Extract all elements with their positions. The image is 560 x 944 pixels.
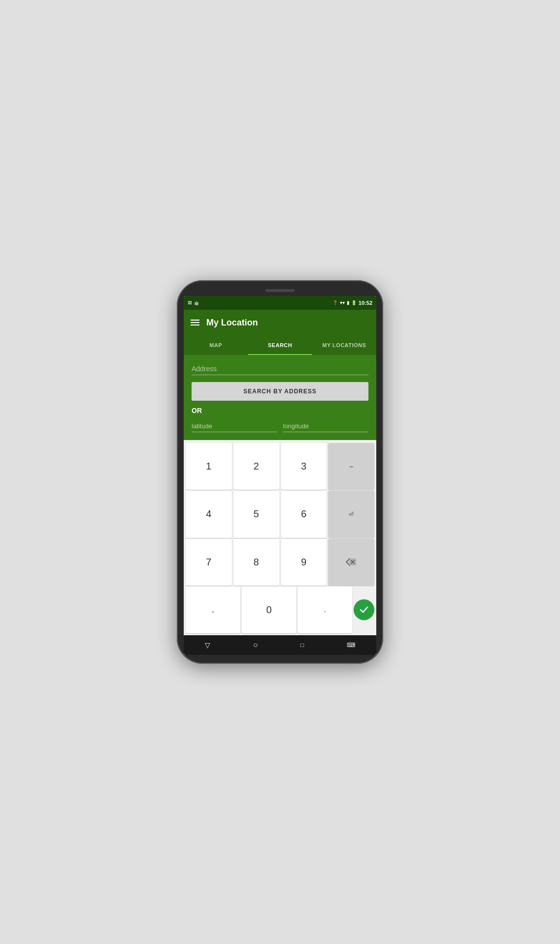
status-time: 10:52 bbox=[359, 300, 372, 306]
key-minus[interactable]: − bbox=[328, 443, 374, 490]
back-nav-icon[interactable]: ▽ bbox=[205, 641, 210, 649]
home-nav-icon[interactable]: ○ bbox=[253, 641, 258, 649]
tab-bar: MAP SEARCH MY LOCATIONS bbox=[184, 335, 376, 355]
android-status-icon: 🤖 bbox=[194, 301, 199, 305]
key-1[interactable]: 1 bbox=[186, 443, 232, 490]
key-enter[interactable]: ⏎ bbox=[328, 491, 374, 537]
wifi-status-icon: ▾▾ bbox=[340, 300, 345, 305]
key-6[interactable]: 6 bbox=[281, 491, 327, 537]
key-4[interactable]: 4 bbox=[186, 491, 232, 537]
key-5[interactable]: 5 bbox=[233, 491, 280, 537]
hamburger-menu-button[interactable] bbox=[191, 320, 199, 325]
tab-map[interactable]: MAP bbox=[184, 335, 248, 355]
latitude-input[interactable] bbox=[192, 420, 277, 432]
key-dot[interactable]: . bbox=[298, 587, 352, 633]
status-icons-right: 📍 ▾▾ ▮ 🔋 10:52 bbox=[333, 300, 372, 306]
hamburger-line-1 bbox=[191, 320, 199, 321]
key-backspace[interactable] bbox=[328, 539, 374, 586]
search-by-address-button[interactable]: SEARCH BY ADDRESS bbox=[192, 382, 368, 401]
key-0[interactable]: 0 bbox=[242, 587, 296, 633]
navigation-bar: ▽ ○ □ ⌨ bbox=[184, 635, 376, 655]
recents-nav-icon[interactable]: □ bbox=[301, 642, 304, 649]
keyboard-nav-icon[interactable]: ⌨ bbox=[347, 642, 355, 649]
longitude-input[interactable] bbox=[283, 420, 368, 432]
kb-row-4: , 0 . bbox=[186, 587, 374, 633]
search-panel: SEARCH BY ADDRESS OR bbox=[184, 355, 376, 440]
image-status-icon: 🖼 bbox=[188, 301, 192, 305]
status-bar: 🖼 🤖 📍 ▾▾ ▮ 🔋 10:52 bbox=[184, 296, 376, 310]
signal-status-icon: ▮ bbox=[347, 300, 349, 305]
coordinates-row bbox=[192, 420, 368, 432]
battery-status-icon: 🔋 bbox=[351, 300, 357, 305]
key-9[interactable]: 9 bbox=[281, 539, 327, 586]
kb-row-1: 1 2 3 − bbox=[186, 443, 374, 490]
phone-device: 🖼 🤖 📍 ▾▾ ▮ 🔋 10:52 My Location MA bbox=[177, 280, 383, 664]
tab-search[interactable]: SEARCH bbox=[248, 335, 312, 355]
app-title: My Location bbox=[206, 318, 258, 328]
address-input[interactable] bbox=[192, 363, 368, 375]
longitude-field-wrapper bbox=[283, 420, 368, 432]
phone-speaker bbox=[265, 289, 295, 292]
key-3[interactable]: 3 bbox=[281, 443, 327, 490]
key-2[interactable]: 2 bbox=[233, 443, 280, 490]
address-field-wrapper bbox=[192, 363, 368, 375]
app-bar: My Location bbox=[184, 310, 376, 335]
tab-my-locations[interactable]: MY LOCATIONS bbox=[312, 335, 376, 355]
numeric-keyboard: 1 2 3 − 4 5 6 ⏎ 7 8 9 bbox=[184, 440, 376, 635]
key-8[interactable]: 8 bbox=[233, 539, 280, 586]
latitude-field-wrapper bbox=[192, 420, 277, 432]
location-status-icon: 📍 bbox=[333, 300, 338, 305]
hamburger-line-3 bbox=[191, 324, 199, 325]
key-7[interactable]: 7 bbox=[186, 539, 232, 586]
phone-screen: 🖼 🤖 📍 ▾▾ ▮ 🔋 10:52 My Location MA bbox=[184, 296, 376, 655]
or-label: OR bbox=[192, 407, 368, 414]
hamburger-line-2 bbox=[191, 322, 199, 323]
kb-row-3: 7 8 9 bbox=[186, 539, 374, 586]
kb-row-2: 4 5 6 ⏎ bbox=[186, 491, 374, 537]
key-done[interactable] bbox=[354, 599, 374, 620]
key-comma[interactable]: , bbox=[186, 587, 240, 633]
status-icons-left: 🖼 🤖 bbox=[188, 301, 199, 305]
